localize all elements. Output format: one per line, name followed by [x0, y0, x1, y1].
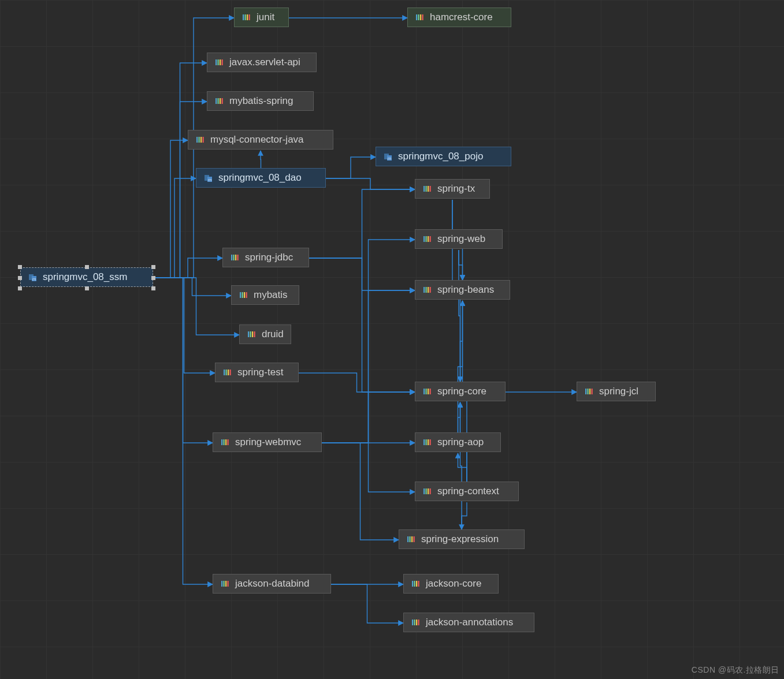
selection-handle[interactable] [18, 286, 22, 290]
selection-handle[interactable] [151, 276, 155, 280]
module-icon: m [28, 272, 38, 282]
node-jackson_core[interactable]: jackson-core [403, 574, 499, 594]
svg-rect-9 [420, 14, 421, 20]
svg-rect-35 [428, 236, 429, 242]
svg-rect-90 [414, 620, 415, 625]
selection-handle[interactable] [85, 286, 89, 290]
node-label: spring-web [437, 233, 485, 245]
node-spring_jdbc[interactable]: spring-jdbc [222, 248, 309, 267]
node-label: spring-test [237, 367, 283, 378]
svg-rect-3 [243, 14, 244, 20]
svg-rect-7 [416, 14, 417, 20]
node-spring_webmvc[interactable]: spring-webmvc [213, 432, 322, 452]
node-spring_tx[interactable]: spring-tx [415, 179, 490, 199]
library-icon [241, 12, 252, 23]
node-servlet[interactable]: javax.servlet-api [207, 53, 317, 72]
library-icon [422, 234, 433, 244]
selection-handle[interactable] [151, 265, 155, 269]
selection-handle[interactable] [18, 265, 22, 269]
node-jackson_ann[interactable]: jackson-annotations [403, 613, 534, 632]
node-label: jackson-databind [235, 578, 310, 590]
node-junit[interactable]: junit [234, 8, 289, 27]
node-spring_web[interactable]: spring-web [415, 229, 503, 249]
dependency-diagram-canvas[interactable]: mspringmvc_08_ssmjunithamcrest-corejavax… [0, 0, 784, 679]
svg-rect-39 [235, 255, 236, 260]
node-label: spring-context [437, 486, 499, 497]
svg-rect-70 [426, 439, 427, 445]
library-icon [195, 135, 206, 145]
svg-rect-72 [430, 439, 431, 445]
node-spring_core[interactable]: spring-core [415, 382, 506, 401]
svg-rect-59 [428, 389, 429, 394]
svg-rect-74 [426, 488, 427, 494]
svg-rect-71 [428, 439, 429, 445]
library-icon [214, 57, 225, 68]
node-pojo[interactable]: mspringmvc_08_pojo [376, 147, 511, 166]
selection-handle[interactable] [18, 276, 22, 280]
svg-rect-82 [224, 581, 225, 587]
svg-rect-21 [200, 137, 202, 143]
node-label: mybatis [254, 289, 288, 301]
svg-rect-42 [242, 292, 243, 298]
selection-handle[interactable] [151, 286, 155, 290]
svg-rect-63 [589, 389, 590, 394]
node-label: javax.servlet-api [229, 57, 300, 68]
node-label: spring-jdbc [245, 252, 293, 263]
svg-rect-55 [228, 370, 229, 375]
svg-rect-12 [218, 59, 219, 65]
svg-rect-31 [428, 186, 429, 192]
node-spring_expr[interactable]: spring-expression [399, 529, 525, 549]
svg-rect-22 [203, 137, 204, 143]
node-label: spring-jcl [599, 386, 638, 397]
library-icon [422, 386, 433, 397]
node-spring_aop[interactable]: spring-aop [415, 432, 501, 452]
svg-rect-49 [248, 331, 249, 337]
svg-rect-64 [592, 389, 593, 394]
module-icon: m [383, 151, 393, 162]
node-hamcrest[interactable]: hamcrest-core [407, 8, 511, 27]
node-dao[interactable]: mspringmvc_08_dao [196, 168, 326, 188]
svg-rect-16 [218, 98, 219, 104]
svg-rect-4 [245, 14, 246, 20]
svg-rect-29 [423, 186, 425, 192]
library-icon [411, 579, 421, 589]
svg-text:m: m [208, 177, 212, 182]
svg-rect-89 [412, 620, 413, 625]
svg-rect-92 [418, 620, 419, 625]
node-spring_beans[interactable]: spring-beans [415, 280, 510, 300]
svg-rect-52 [254, 331, 255, 337]
svg-rect-61 [585, 389, 586, 394]
svg-rect-56 [230, 370, 231, 375]
svg-rect-58 [426, 389, 427, 394]
svg-rect-69 [423, 439, 425, 445]
node-mybatis_spring[interactable]: mybatis-spring [207, 91, 314, 111]
node-jackson_databind[interactable]: jackson-databind [213, 574, 331, 594]
svg-rect-15 [215, 98, 217, 104]
svg-rect-46 [426, 287, 427, 293]
svg-rect-19 [196, 137, 198, 143]
svg-rect-47 [428, 287, 429, 293]
svg-rect-43 [244, 292, 245, 298]
svg-rect-76 [430, 488, 431, 494]
svg-rect-80 [414, 536, 415, 542]
library-icon [220, 579, 231, 589]
svg-rect-40 [237, 255, 239, 260]
svg-rect-13 [220, 59, 221, 65]
node-root[interactable]: mspringmvc_08_ssm [20, 267, 153, 287]
node-spring_context[interactable]: spring-context [415, 482, 519, 501]
svg-rect-10 [422, 14, 423, 20]
node-label: mysql-connector-java [210, 134, 304, 146]
node-spring_test[interactable]: spring-test [215, 363, 299, 382]
svg-rect-75 [428, 488, 429, 494]
selection-handle[interactable] [85, 265, 89, 269]
node-druid[interactable]: druid [239, 324, 291, 344]
module-icon: m [203, 173, 214, 183]
svg-rect-54 [226, 370, 227, 375]
node-mybatis[interactable]: mybatis [231, 285, 299, 305]
node-spring_jcl[interactable]: spring-jcl [577, 382, 656, 401]
node-label: druid [262, 329, 284, 340]
svg-rect-73 [423, 488, 425, 494]
node-mysql[interactable]: mysql-connector-java [188, 130, 333, 150]
library-icon [230, 252, 240, 263]
node-label: hamcrest-core [430, 12, 493, 23]
